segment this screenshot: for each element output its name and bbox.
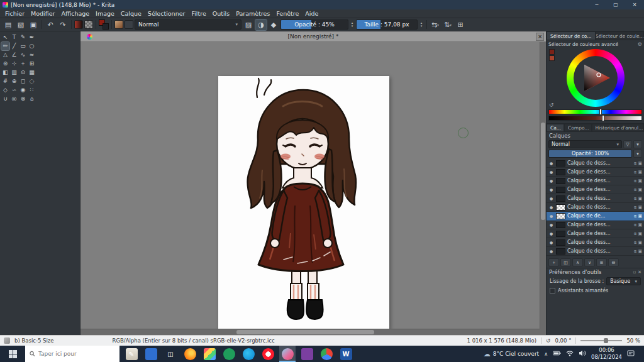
layer-row[interactable]: ● Calque de dess... α ▣	[547, 177, 644, 185]
value-bar[interactable]	[548, 116, 642, 121]
layer-visibility-icon[interactable]: ●	[548, 161, 554, 165]
select-shapes-tool[interactable]: ↖	[1, 33, 9, 41]
layer-alpha-icon[interactable]: α	[634, 249, 637, 254]
fill-tool[interactable]: ◧	[1, 69, 9, 77]
brush-smoothing-select[interactable]: Basique ▾	[606, 277, 641, 285]
layer-row[interactable]: ● Calque de dess... α ▣	[547, 185, 644, 194]
menu-item[interactable]: Fenêtre	[273, 10, 302, 17]
open-document-button[interactable]: ▧	[15, 19, 26, 30]
layer-style-icon[interactable]: ▣	[638, 205, 642, 210]
layer-visibility-icon[interactable]: ●	[548, 205, 554, 209]
hue-bar[interactable]	[548, 109, 642, 114]
layer-visibility-icon[interactable]: ●	[548, 178, 554, 183]
undo-button[interactable]: ↶	[45, 19, 56, 30]
menu-item[interactable]: Image	[92, 10, 118, 17]
layer-style-icon[interactable]: ▣	[638, 187, 642, 192]
layer-visibility-icon[interactable]: ●	[548, 187, 554, 192]
color-triangle[interactable]	[574, 56, 618, 100]
previous-color-swatch[interactable]	[549, 55, 555, 61]
move-tool[interactable]: ＋	[19, 60, 27, 68]
menu-item[interactable]: Filtre	[188, 10, 209, 17]
calligraphy-tool[interactable]: ✒	[28, 33, 36, 41]
layer-row[interactable]: ● Calque de dess... α ▣	[547, 168, 644, 177]
weather-widget[interactable]: ☁ 8°C Ciel couvert	[484, 350, 539, 358]
ellipse-tool[interactable]: ○	[28, 42, 36, 50]
delete-layer-button[interactable]: ⊖	[608, 258, 619, 266]
pan-tool[interactable]: ⊗	[19, 95, 27, 103]
tray-wifi-icon[interactable]	[566, 349, 574, 358]
similar-select-tool[interactable]: ∷	[28, 86, 36, 94]
bezier-curve-tool[interactable]: ∿	[19, 51, 27, 59]
layer-row[interactable]: ● Calque de dess... α ▣	[547, 229, 644, 238]
taskbar-app-chrome[interactable]	[318, 346, 335, 362]
close-docker-icon[interactable]: ✕	[638, 270, 641, 275]
paint-mode-toggle-3[interactable]: ◆	[268, 19, 279, 30]
taskbar-clock[interactable]: 00:06 08/12/2024	[591, 347, 622, 360]
brush-size-slider[interactable]: Taille : 57,08 px	[356, 19, 418, 30]
vertical-scrollbar[interactable]	[540, 42, 546, 329]
tray-volume-icon[interactable]	[579, 349, 586, 358]
taskbar-app-krita[interactable]	[279, 346, 296, 362]
taskbar-app-purple[interactable]	[299, 346, 315, 362]
menu-item[interactable]: Paramètres	[233, 10, 273, 17]
color-sampler-tool[interactable]: ⊙	[19, 69, 27, 77]
zoom-slider-knob[interactable]	[604, 338, 608, 343]
brush-preset-chooser[interactable]	[125, 20, 133, 29]
horizontal-scrollbar-thumb[interactable]	[236, 330, 374, 334]
taskbar-app-colorful[interactable]	[201, 346, 218, 362]
layer-alpha-icon[interactable]: α	[634, 196, 637, 201]
minimize-button[interactable]: ─	[587, 0, 606, 9]
layer-row[interactable]: ● Calque de dess... α ▣	[547, 238, 644, 247]
multibrush-tool[interactable]: ⊛	[1, 60, 9, 68]
text-tool[interactable]: T	[10, 33, 18, 41]
layer-alpha-icon[interactable]: α	[634, 187, 637, 192]
layer-filter-button[interactable]: ▽	[623, 140, 632, 148]
freehand-select-tool[interactable]: ∽	[10, 86, 18, 94]
layer-opacity-slider[interactable]: Opacité: 100%	[548, 150, 632, 158]
smart-patch-tool[interactable]: ⊕	[10, 77, 18, 85]
snap-assistants-checkbox[interactable]	[550, 288, 555, 293]
taskbar-app-edge[interactable]	[240, 346, 257, 362]
brush-editor-button[interactable]	[114, 20, 123, 29]
contiguous-select-tool[interactable]: ◉	[19, 86, 27, 94]
color-history-undo-icon[interactable]: ↺	[549, 102, 554, 108]
move-layer-down-button[interactable]: ∨	[584, 258, 595, 266]
tray-battery-icon[interactable]	[553, 351, 561, 357]
paint-mode-toggle-1[interactable]: ▨	[243, 19, 254, 30]
paint-mode-toggle-2[interactable]: ◑	[255, 19, 267, 30]
size-spinner[interactable]: ▴▾	[419, 21, 424, 28]
layer-alpha-icon[interactable]: α	[634, 161, 637, 166]
docker-tab[interactable]: Compo...	[564, 124, 592, 132]
layer-style-icon[interactable]: ▣	[638, 222, 642, 228]
layer-style-icon[interactable]: ▣	[638, 161, 642, 166]
layer-style-icon[interactable]: ▣	[638, 249, 642, 254]
polygon-tool[interactable]: △	[1, 51, 9, 59]
pattern-chooser[interactable]	[84, 20, 93, 29]
layer-visibility-icon[interactable]: ●	[548, 170, 554, 174]
layer-opacity-menu-button[interactable]: ▾	[633, 150, 642, 158]
taskbar-app-paint[interactable]: ✎	[123, 346, 140, 362]
dynamic-brush-tool[interactable]: ⊹	[10, 60, 18, 68]
canvas-rotation-icon[interactable]: ↺	[546, 337, 551, 344]
line-tool[interactable]: ╱	[10, 42, 18, 50]
menu-item[interactable]: Modifier	[28, 10, 58, 17]
layer-style-icon[interactable]: ▣	[638, 178, 642, 184]
menu-item[interactable]: Sélectionner	[145, 10, 189, 17]
tray-chevron-icon[interactable]: ∧	[544, 351, 548, 357]
layer-visibility-icon[interactable]: ●	[548, 249, 554, 253]
pattern-edit-tool[interactable]: ▦	[28, 69, 36, 77]
opacity-slider[interactable]: Opacité : 45%	[280, 19, 348, 30]
menu-item[interactable]: Fichier	[2, 10, 28, 17]
mirror-horizontal-button[interactable]: ⇆ ▾	[430, 19, 441, 30]
docker-tab[interactable]: Historique d'annul...	[592, 124, 644, 132]
layer-visibility-icon[interactable]: ●	[548, 222, 554, 227]
taskbar-app-opera[interactable]	[260, 346, 276, 362]
maximize-button[interactable]: ▢	[606, 0, 625, 9]
layer-alpha-icon[interactable]: α	[634, 222, 637, 228]
ellipse-select-tool[interactable]: ◌	[28, 77, 36, 85]
float-docker-icon[interactable]: ▫	[633, 270, 636, 275]
menu-item[interactable]: Calque	[118, 10, 145, 17]
taskbar-app-firefox[interactable]	[182, 346, 198, 362]
foreground-background-color-chooser[interactable]	[99, 19, 109, 30]
layer-style-icon[interactable]: ▣	[638, 214, 642, 219]
